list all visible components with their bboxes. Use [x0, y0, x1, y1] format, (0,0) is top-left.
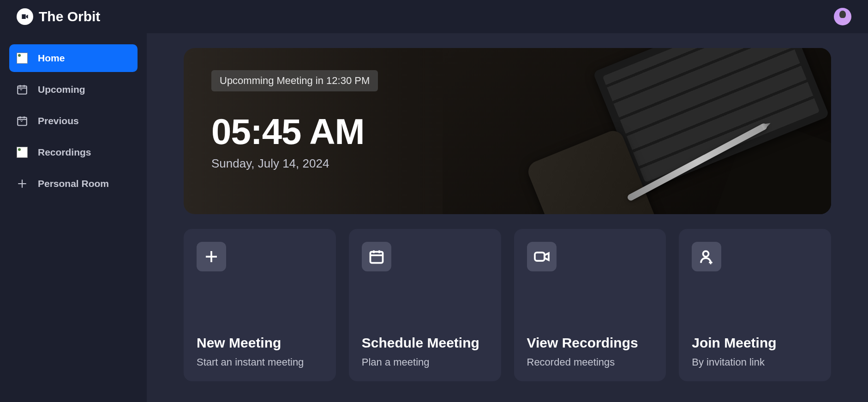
- sidebar: Home Upcoming Previous Recordings: [0, 33, 147, 402]
- svg-rect-1: [18, 117, 27, 125]
- logo-video-icon: [17, 8, 33, 25]
- sidebar-item-personal-room[interactable]: Personal Room: [9, 170, 138, 198]
- avatar[interactable]: [834, 8, 851, 25]
- calendar-previous-icon: [16, 114, 29, 127]
- hero-banner: Upcomming Meeting in 12:30 PM 05:45 AM S…: [184, 48, 831, 214]
- sidebar-item-previous[interactable]: Previous: [9, 107, 138, 135]
- logo[interactable]: The Orbit: [17, 8, 100, 25]
- schedule-meeting-card[interactable]: Schedule Meeting Plan a meeting: [349, 229, 501, 381]
- sidebar-item-label: Personal Room: [38, 178, 109, 189]
- upcoming-meeting-badge: Upcomming Meeting in 12:30 PM: [211, 70, 378, 91]
- view-recordings-card[interactable]: View Recordings Recorded meetings: [514, 229, 666, 381]
- svg-rect-3: [535, 252, 545, 261]
- new-meeting-card[interactable]: New Meeting Start an instant meeting: [184, 229, 336, 381]
- card-subtitle: Recorded meetings: [527, 356, 653, 368]
- card-title: New Meeting: [197, 335, 323, 351]
- card-subtitle: Plan a meeting: [362, 356, 488, 368]
- card-subtitle: By invitation link: [692, 356, 818, 368]
- video-icon: [527, 242, 557, 271]
- clock-date: Sunday, July 14, 2024: [211, 156, 803, 171]
- calendar-upcoming-icon: [16, 83, 29, 96]
- plus-icon: [16, 177, 29, 190]
- home-icon: [16, 52, 29, 65]
- sidebar-item-label: Home: [38, 53, 65, 64]
- sidebar-item-label: Recordings: [38, 147, 91, 158]
- card-subtitle: Start an instant meeting: [197, 356, 323, 368]
- calendar-icon: [362, 242, 391, 271]
- svg-rect-2: [370, 252, 383, 263]
- brand-name: The Orbit: [39, 9, 100, 24]
- sidebar-item-recordings[interactable]: Recordings: [9, 138, 138, 166]
- action-cards: New Meeting Start an instant meeting Sch…: [184, 229, 831, 381]
- sidebar-item-label: Upcoming: [38, 84, 85, 95]
- card-title: Schedule Meeting: [362, 335, 488, 351]
- sidebar-item-upcoming[interactable]: Upcoming: [9, 76, 138, 103]
- svg-rect-0: [18, 86, 27, 94]
- svg-point-4: [703, 251, 709, 257]
- clock-time: 05:45 AM: [211, 111, 803, 153]
- card-title: Join Meeting: [692, 335, 818, 351]
- sidebar-item-home[interactable]: Home: [9, 44, 138, 72]
- card-title: View Recordings: [527, 335, 653, 351]
- topbar: The Orbit: [0, 0, 868, 33]
- sidebar-item-label: Previous: [38, 115, 79, 126]
- user-plus-icon: [692, 242, 721, 271]
- plus-icon: [197, 242, 226, 271]
- join-meeting-card[interactable]: Join Meeting By invitation link: [679, 229, 831, 381]
- main-content: Upcomming Meeting in 12:30 PM 05:45 AM S…: [147, 33, 868, 402]
- recordings-icon: [16, 146, 29, 159]
